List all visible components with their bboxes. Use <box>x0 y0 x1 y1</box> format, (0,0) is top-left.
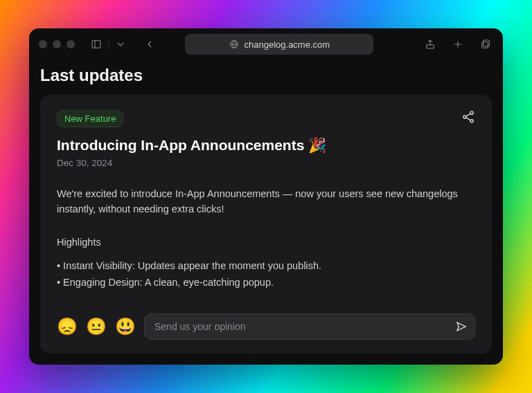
svg-point-10 <box>470 111 473 114</box>
window-controls <box>39 40 75 48</box>
svg-rect-9 <box>482 42 488 48</box>
browser-window: changelog.acme.com Last updates New Feat… <box>29 28 503 365</box>
back-button[interactable] <box>142 37 157 52</box>
send-button[interactable] <box>455 320 468 333</box>
maximize-window-button[interactable] <box>66 40 75 48</box>
divider <box>108 39 109 50</box>
post-title: Introducing In-App Announcements 🎉 <box>57 137 475 154</box>
svg-rect-8 <box>484 40 490 46</box>
list-item: Instant Visibility: Updates appear the m… <box>57 260 475 271</box>
page-content: Last updates New Feature Introducing In-… <box>29 60 503 365</box>
svg-line-14 <box>466 118 470 120</box>
share-icon[interactable] <box>423 37 438 52</box>
chevron-down-icon[interactable] <box>113 37 128 52</box>
reaction-sad[interactable]: 😞 <box>57 318 78 335</box>
globe-icon <box>229 39 239 49</box>
close-window-button[interactable] <box>39 40 47 48</box>
svg-rect-0 <box>92 41 100 48</box>
post-body: We're excited to introduce In-App Announ… <box>57 186 475 217</box>
new-tab-icon[interactable] <box>450 37 466 52</box>
status-badge: New Feature <box>57 110 123 127</box>
highlights-list: Instant Visibility: Updates appear the m… <box>57 255 475 293</box>
sidebar-toggle-icon[interactable] <box>89 37 104 52</box>
address-bar-url: changelog.acme.com <box>245 39 330 50</box>
share-post-button[interactable] <box>461 110 475 127</box>
svg-point-11 <box>463 116 466 118</box>
svg-point-12 <box>470 120 473 122</box>
highlights-label: Highlights <box>57 237 475 248</box>
reaction-happy[interactable]: 😃 <box>115 318 136 335</box>
tabs-overview-icon[interactable] <box>478 37 493 52</box>
opinion-input[interactable] <box>154 321 455 332</box>
changelog-card: New Feature Introducing In-App Announcem… <box>40 95 492 354</box>
reaction-neutral[interactable]: 😐 <box>86 318 107 335</box>
feedback-row: 😞 😐 😃 <box>57 301 475 340</box>
minimize-window-button[interactable] <box>53 40 61 48</box>
svg-line-13 <box>466 113 470 116</box>
titlebar: changelog.acme.com <box>29 28 503 60</box>
address-bar[interactable]: changelog.acme.com <box>185 34 373 55</box>
list-item: Engaging Design: A clean, eye-catching p… <box>57 277 475 288</box>
page-title: Last updates <box>40 66 492 85</box>
opinion-input-wrap <box>144 313 475 340</box>
post-date: Dec 30, 2024 <box>57 158 475 168</box>
